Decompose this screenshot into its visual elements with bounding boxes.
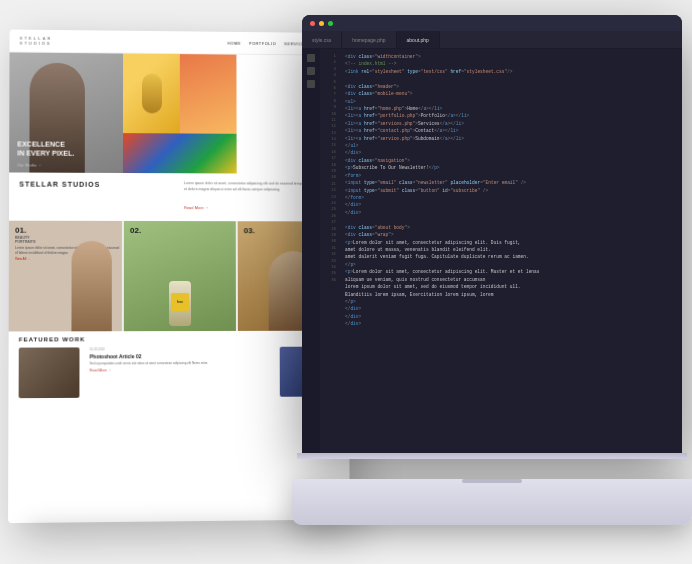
hero-main-panel: EXCELLENCEIN EVERY PIXEL. Our Works → <box>9 52 123 173</box>
hero-headline: EXCELLENCEIN EVERY PIXEL. <box>17 141 74 158</box>
line-numbers: 1 2 3 4 5 6 7 8 9 10 11 12 13 14 15 16 1 <box>320 49 340 455</box>
code-line: <p>Lorem dolor sit amet, consectetur adi… <box>345 239 677 246</box>
tab-style-css[interactable]: style.css <box>302 31 342 48</box>
code-line: <li><a href="portfolio.php">Portfolio</a… <box>345 112 677 119</box>
code-line: <ul> <box>345 98 677 105</box>
code-line: <p>Lorem dolor sit amet, consectetur adi… <box>345 268 677 275</box>
code-line: </p> <box>345 298 677 305</box>
code-line: </div> <box>345 209 677 216</box>
code-line: <li><a href="home.php">Home</a></li> <box>345 105 677 112</box>
code-line: </ul> <box>345 142 677 149</box>
gallery-item-2: 02. fron <box>124 221 236 331</box>
laptop-hinge <box>297 453 687 459</box>
hero-cta[interactable]: Our Works → <box>17 162 41 167</box>
laptop-mockup: style.css homepage.php about.php 1 2 3 4 <box>292 15 692 505</box>
close-button[interactable] <box>310 21 315 26</box>
code-line <box>345 75 677 82</box>
code-editor-content[interactable]: <div class="widthcontainer"> <!-- index.… <box>340 49 682 455</box>
maximize-button[interactable] <box>328 21 333 26</box>
gallery-label-3: 03. <box>244 226 255 235</box>
editor-body: 1 2 3 4 5 6 7 8 9 10 11 12 13 14 15 16 1 <box>302 49 682 455</box>
trackpad <box>462 479 522 483</box>
about-left: STELLAR STUDIOS <box>19 181 176 214</box>
code-line <box>345 216 677 223</box>
hero-portrait-panel <box>180 54 236 134</box>
code-line: <!-- index.html --> <box>345 60 677 67</box>
laptop-screen: style.css homepage.php about.php 1 2 3 4 <box>302 15 682 455</box>
beer-can: fron <box>169 281 191 326</box>
sidebar-git-icon[interactable] <box>307 80 315 88</box>
hero-yellow-panel <box>123 54 180 134</box>
code-line: aliquam ue veniam, quis nostrud consecte… <box>345 276 677 283</box>
nav-portfolio[interactable]: PORTFOLIO <box>249 40 276 45</box>
code-line: <li><a href="contact.php">Contact</a></l… <box>345 127 677 134</box>
featured-read-more-1[interactable]: Read More → <box>90 367 270 372</box>
code-line: <input type="submit" class="button" id="… <box>345 187 677 194</box>
person-shape-1 <box>71 241 111 331</box>
code-line: amet dalerit veniam fugit fuga. Capitula… <box>345 253 677 260</box>
featured-article-title-1: Photoshoot Article 02 <box>90 353 270 360</box>
editor-tabs: style.css homepage.php about.php <box>302 31 682 49</box>
sidebar-files-icon[interactable] <box>307 54 315 62</box>
beer-label: fron <box>171 293 189 311</box>
code-line: </div> <box>345 320 677 327</box>
featured-date-1: 01.23.2022 <box>90 347 270 352</box>
code-line: <div class="about body"> <box>345 224 677 231</box>
gallery-item-1: 01. BEAUTYPORTRAITS Lorem ipsum dolor si… <box>9 221 122 332</box>
code-line: </p> <box>345 261 677 268</box>
code-line: <div class="header"> <box>345 83 677 90</box>
site-logo: STELLAR STUDIOS <box>20 36 53 46</box>
hero-right-panels <box>123 54 236 174</box>
code-line: </div> <box>345 149 677 156</box>
code-line: <li><a href="services.php">Services</a><… <box>345 120 677 127</box>
scene: STELLAR STUDIOS HOME PORTFOLIO SERVICES … <box>0 0 692 564</box>
featured-thumb-1 <box>19 348 80 399</box>
gallery-label-2: 02. <box>130 226 141 235</box>
code-line: Blanditiis lorem ipsam, Exercitation lor… <box>345 291 677 298</box>
code-line: </div> <box>345 201 677 208</box>
minimize-button[interactable] <box>319 21 324 26</box>
window-controls <box>302 15 682 31</box>
about-title: STELLAR STUDIOS <box>19 181 176 189</box>
code-line: <form> <box>345 172 677 179</box>
about-read-more[interactable]: Read More → <box>184 205 209 210</box>
laptop-base <box>292 453 692 505</box>
code-line: <div class="navigation"> <box>345 157 677 164</box>
code-line: <div class="wrap"> <box>345 231 677 238</box>
code-line: </div> <box>345 305 677 312</box>
code-line: </form> <box>345 194 677 201</box>
tab-homepage[interactable]: homepage.php <box>342 31 396 48</box>
featured-article-desc-1: Sed ut perspiciatis unde omnis iste natu… <box>90 361 270 366</box>
featured-info-1: 01.23.2022 Photoshoot Article 02 Sed ut … <box>84 347 274 398</box>
nav-home[interactable]: HOME <box>227 40 241 45</box>
code-line: <div class="mobile-menu"> <box>345 90 677 97</box>
code-line: lorem ipsum dolor sit amet, sed do eiusm… <box>345 283 677 290</box>
editor-sidebar <box>302 49 320 455</box>
code-line: </div> <box>345 313 677 320</box>
code-line: <link rel="stylesheet" type="text/css" h… <box>345 68 677 75</box>
laptop-bottom <box>292 479 692 525</box>
code-line: <div class="widthcontainer"> <box>345 53 677 60</box>
code-line: <p>Subscribe To Our Newsletter!</p> <box>345 164 677 171</box>
code-line: <li><a href="service.php">Subdomain</a><… <box>345 135 677 142</box>
tab-about[interactable]: about.php <box>397 31 440 48</box>
sidebar-search-icon[interactable] <box>307 67 315 75</box>
code-line: amet dolore ut massa, venenatis blandit … <box>345 246 677 253</box>
code-line: <input type="email" class="newsletter" p… <box>345 179 677 186</box>
hero-colorful-panel <box>123 133 236 173</box>
